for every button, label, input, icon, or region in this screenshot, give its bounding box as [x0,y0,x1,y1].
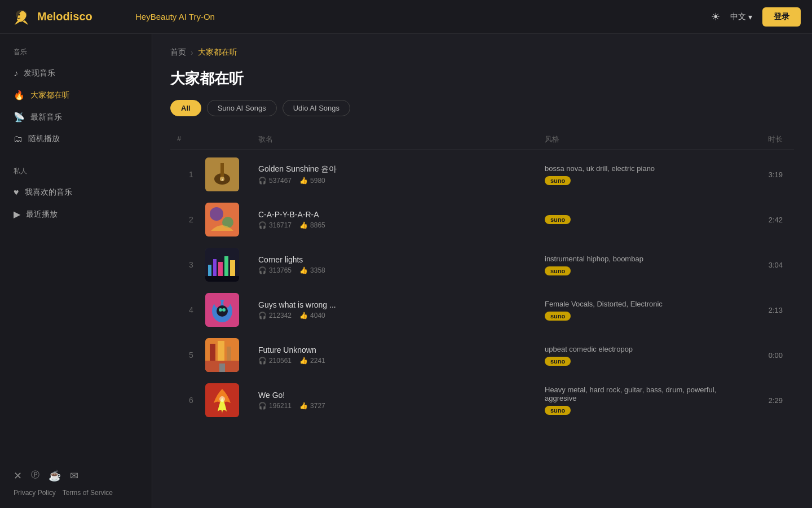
song-style-label: Heavy metal, hard rock, guitar, bass, dr… [545,386,742,402]
login-button[interactable]: 登录 [762,7,801,27]
song-tags: suno [545,215,742,224]
breadcrumb-separator: › [191,48,193,57]
table-row[interactable]: 5 Future Unknown 🎧 210561 👍 2241 upbeat … [170,332,794,378]
main-content: 首页 › 大家都在听 大家都在听 All Suno AI Songs Udio … [152,34,812,508]
song-name: Corner lights [258,255,545,264]
sidebar-item-latest-label: 最新音乐 [30,112,62,122]
table-row[interactable]: 2 C-A-P-Y-B-A-R-A 🎧 316717 👍 8865 suno 2… [170,197,794,242]
headphone-icon: 🎧 [258,266,267,274]
sidebar-item-trending-label: 大家都在听 [30,90,70,100]
filter-tab-suno[interactable]: Suno AI Songs [207,100,277,116]
sidebar-item-recent[interactable]: ▶ 最近播放 [0,203,152,225]
filter-tabs: All Suno AI Songs Udio AI Songs [170,100,794,116]
privacy-policy-link[interactable]: Privacy Policy [14,489,56,497]
table-header: # 歌名 风格 时长 [170,130,794,150]
thumbsup-icon: 👍 [299,312,308,319]
like-count: 👍 3358 [299,266,325,274]
thumbsup-icon: 👍 [299,402,308,410]
song-thumbnail [205,338,239,372]
song-thumbnail [205,293,239,327]
svg-point-22 [217,305,228,317]
svg-rect-27 [210,344,215,361]
sidebar-item-liked[interactable]: ♥ 我喜欢的音乐 [0,182,152,203]
svg-rect-5 [220,163,224,179]
like-count: 👍 3727 [299,402,325,410]
table-row[interactable]: 6 We Go! 🎧 196211 👍 3727 Heavy metal, ha… [170,378,794,423]
song-stats: 🎧 313765 👍 3358 [258,266,545,274]
headphone-icon: 🎧 [258,402,267,410]
song-thumbnail [205,248,239,282]
sidebar-item-random-label: 随机播放 [28,134,60,144]
song-info: Golden Sunshine 윤아 🎧 537467 👍 5980 [250,164,545,185]
song-tags: upbeat comedic electropop suno [545,345,742,366]
svg-rect-13 [213,259,217,279]
breadcrumb-home[interactable]: 首页 [170,47,186,58]
producthunt-icon[interactable]: Ⓟ [31,470,39,482]
play-count: 🎧 196211 [258,402,292,410]
col-num: # [177,134,205,144]
song-style-label: instrumental hiphop, boombap [545,255,742,263]
table-row[interactable]: 4 Guys what is wrong ... 🎧 212342 👍 4040… [170,287,794,332]
song-number: 3 [177,260,205,269]
main-layout: 音乐 ♪ 发现音乐 🔥 大家都在听 📡 最新音乐 🗂 随机播放 私人 ♥ 我喜欢… [0,34,812,508]
shuffle-icon: 🗂 [14,134,23,144]
sidebar-divider [0,150,152,161]
song-number: 5 [177,351,205,360]
theme-toggle-icon[interactable]: ☀ [711,11,720,23]
sidebar-item-random[interactable]: 🗂 随机播放 [0,128,152,150]
page-title: 大家都在听 [170,69,794,89]
song-stats: 🎧 316717 👍 8865 [258,221,545,229]
twitter-icon[interactable]: ✕ [14,470,22,482]
logo-area: Melodisco [11,7,124,27]
play-count: 🎧 313765 [258,266,292,274]
filter-tab-all[interactable]: All [170,100,201,116]
col-style: 风格 [545,134,742,144]
song-stats: 🎧 537467 👍 5980 [258,177,545,185]
coffee-icon[interactable]: ☕ [48,470,61,482]
sidebar-item-discover-label: 发现音乐 [24,68,55,78]
song-style-label: upbeat comedic electropop [545,345,742,353]
sidebar: 音乐 ♪ 发现音乐 🔥 大家都在听 📡 最新音乐 🗂 随机播放 私人 ♥ 我喜欢… [0,34,152,508]
svg-point-24 [222,308,226,312]
filter-tab-udio[interactable]: Udio AI Songs [283,100,350,116]
song-number: 2 [177,215,205,224]
thumbsup-icon: 👍 [299,266,308,274]
table-row[interactable]: 3 Corner lights 🎧 313765 👍 3358 instrume… [170,242,794,287]
sidebar-section-private-label: 私人 [0,161,152,182]
headphone-icon: 🎧 [258,221,267,229]
email-icon[interactable]: ✉ [70,470,78,482]
song-info: Corner lights 🎧 313765 👍 3358 [250,255,545,274]
platform-badge: suno [545,176,571,185]
footer-links: Privacy Policy Terms of Service [14,489,138,497]
song-number: 6 [177,396,205,405]
table-row[interactable]: 1 ♪ Golden Sunshine 윤아 🎧 537467 👍 5980 b… [170,152,794,197]
song-duration: 3:04 [742,261,787,269]
platform-badge: suno [545,266,571,275]
svg-rect-17 [205,276,239,282]
social-icons: ✕ Ⓟ ☕ ✉ [14,470,138,482]
sidebar-item-trending[interactable]: 🔥 大家都在听 [0,84,152,106]
song-thumbnail: ♪ [205,157,239,191]
svg-rect-15 [224,256,228,279]
sidebar-item-liked-label: 我喜欢的音乐 [25,187,72,198]
sidebar-item-discover[interactable]: ♪ 发现音乐 [0,63,152,84]
logo-text: Melodisco [37,10,92,23]
nav-ad-text[interactable]: HeyBeauty AI Try-On [135,12,711,21]
svg-rect-29 [227,347,231,361]
song-tags: instrumental hiphop, boombap suno [545,255,742,275]
terms-of-service-link[interactable]: Terms of Service [63,489,113,497]
sidebar-item-latest[interactable]: 📡 最新音乐 [0,106,152,128]
song-name: Guys what is wrong ... [258,300,545,309]
song-name: Future Unknown [258,345,545,354]
language-selector[interactable]: 中文 ▾ [730,12,752,22]
col-thumb [205,134,250,144]
song-thumbnail [205,383,239,417]
song-info: Future Unknown 🎧 210561 👍 2241 [250,345,545,365]
song-stats: 🎧 212342 👍 4040 [258,312,545,319]
thumbsup-icon: 👍 [299,357,308,365]
song-duration: 2:29 [742,396,787,405]
like-count: 👍 2241 [299,357,325,365]
like-count: 👍 5980 [299,177,325,185]
breadcrumb: 首页 › 大家都在听 [170,47,794,58]
song-duration: 2:42 [742,216,787,224]
